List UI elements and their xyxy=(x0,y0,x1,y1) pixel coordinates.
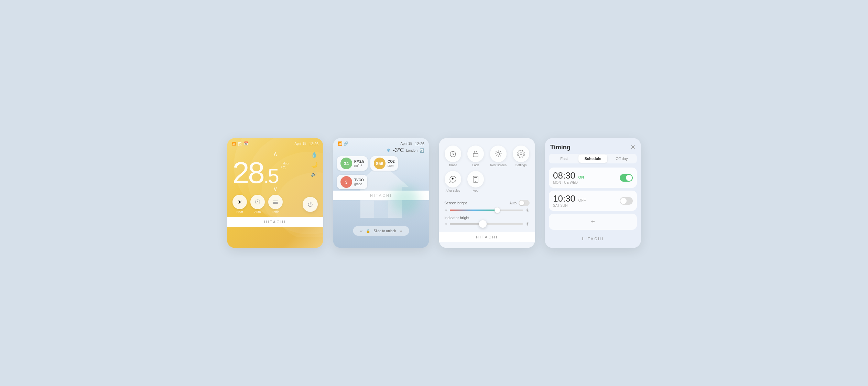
schedule-time-2: 10:30 xyxy=(553,193,575,204)
timing-tabs: Fast Schedule Off day xyxy=(549,154,637,163)
auto-toggle-switch[interactable] xyxy=(519,200,530,206)
lock-center-icon: 🔒 xyxy=(366,229,370,233)
rest-screen-button[interactable]: Rest screen xyxy=(487,143,510,169)
tvco-metric: 3 TVCOgrade xyxy=(337,175,367,189)
co2-metric: 856 CO2ppm xyxy=(370,156,398,171)
time-display: 12:26 xyxy=(309,142,318,146)
air-status-bar: 📶 🔗 April 15 12:26 xyxy=(333,138,429,147)
rest-screen-label: Rest screen xyxy=(490,163,507,167)
svg-rect-4 xyxy=(273,201,278,201)
timed-label: Timed xyxy=(449,163,457,167)
lock-button[interactable]: Lock xyxy=(464,143,487,169)
schedule-days-1: MON TUE WED xyxy=(553,181,584,184)
hitachi-brand-2: HITACHI xyxy=(333,191,429,200)
lock-label: Lock xyxy=(472,163,479,167)
card-thermostat: 📶 🖼 📅 April 15 12:26 ∧ 28.5 Indoor °C xyxy=(227,138,323,248)
temperature-section: ∧ 28.5 Indoor °C 💧 🌙 🔊 ∨ xyxy=(227,148,323,193)
screen-container: 📶 🖼 📅 April 15 12:26 ∧ 28.5 Indoor °C xyxy=(213,124,655,262)
auto-toggle: Auto xyxy=(509,200,530,206)
schedule-days-2: SAT SUN xyxy=(553,204,586,207)
svg-point-13 xyxy=(453,181,453,181)
sound-icon: 🔊 xyxy=(311,171,318,177)
drop-icon: 💧 xyxy=(311,151,318,158)
schedule-toggle-1[interactable] xyxy=(620,174,633,182)
auto-label: Auto xyxy=(509,201,517,205)
add-schedule-button[interactable]: + xyxy=(549,214,637,230)
schedule-status-1: ON xyxy=(578,175,584,179)
weather-row: ❄ -3°C London 🔄 xyxy=(333,147,429,155)
timing-header: Timing ✕ xyxy=(545,138,641,154)
schedule-time-1: 08:30 xyxy=(553,170,575,181)
tab-fast[interactable]: Fast xyxy=(550,154,578,163)
schedule-time-block-2: 10:30 OFF SAT SUN xyxy=(553,194,586,207)
card-settings: Timed Lock Rest screen xyxy=(439,138,535,248)
svg-rect-5 xyxy=(273,202,278,203)
schedule-toggle-2[interactable] xyxy=(620,197,633,205)
indicator-bright-label: Indicator bright xyxy=(444,216,530,220)
brightness-section: Screen bright Auto ☀ ☀ Indicator bright xyxy=(439,197,535,232)
pm25-label: PM2.5μg/m² xyxy=(354,159,364,168)
svg-rect-10 xyxy=(473,153,478,157)
air-quality-metrics: 34 PM2.5μg/m² 856 CO2ppm 3 TVCOgrade xyxy=(333,155,429,191)
tab-offday[interactable]: Off day xyxy=(607,154,636,163)
power-button[interactable] xyxy=(303,197,318,212)
date-display: April 15 xyxy=(295,142,306,146)
pm25-value: 34 xyxy=(340,158,352,169)
settings-button[interactable]: Settings xyxy=(510,143,532,169)
unlock-bar[interactable]: « 🔒 Slide to unlock » xyxy=(353,226,409,236)
timed-button[interactable]: Timed xyxy=(442,143,464,169)
settings-icons-grid: Timed Lock Rest screen xyxy=(439,138,535,197)
status-bar: 📶 🖼 📅 April 15 12:26 xyxy=(227,138,323,148)
after-sales-label: After sales xyxy=(446,189,460,192)
screen-bright-label: Screen bright xyxy=(444,201,467,205)
heat-mode-button[interactable]: ☀ Heat xyxy=(232,195,247,214)
svg-point-15 xyxy=(475,181,476,182)
temp-unit: °C xyxy=(281,165,290,170)
schedule-status-2: OFF xyxy=(578,198,586,202)
hitachi-brand-3: HITACHI xyxy=(439,232,535,242)
outdoor-temp: -3°C xyxy=(393,147,404,153)
svg-point-12 xyxy=(520,153,522,155)
indicator-slider-track[interactable] xyxy=(450,223,523,225)
left-arrows-icon: « xyxy=(360,228,363,234)
calendar-icon: 📅 xyxy=(244,141,249,146)
sun-large-icon: ☀ xyxy=(525,207,530,213)
wifi-icon: 📶 xyxy=(232,142,236,146)
app-button[interactable]: App xyxy=(464,169,487,194)
air-status-icons: 📶 🔗 xyxy=(338,141,348,146)
app-label: App xyxy=(473,189,478,192)
hitachi-brand-4: HITACHI xyxy=(545,234,641,244)
card-timing: Timing ✕ Fast Schedule Off day 08:30 ON … xyxy=(545,138,641,248)
tab-schedule[interactable]: Schedule xyxy=(578,154,607,163)
right-icons: 💧 🌙 🔊 xyxy=(311,151,318,177)
co2-value: 856 xyxy=(374,158,386,169)
temp-display: 28.5 Indoor °C xyxy=(232,158,318,188)
snowflake-icon: ❄ xyxy=(387,148,391,153)
right-arrows-icon: » xyxy=(400,228,402,234)
schedule-item-1: 08:30 ON MON TUE WED xyxy=(549,168,637,188)
air-time: 12:26 xyxy=(415,142,424,146)
status-icons: 📶 🖼 📅 xyxy=(232,141,249,146)
timing-close-button[interactable]: ✕ xyxy=(630,143,636,151)
after-sales-button[interactable]: After sales xyxy=(442,169,464,194)
auto-label: Auto xyxy=(254,210,261,214)
bottom-controls: ☀ Heat Auto Baffle xyxy=(227,193,323,217)
refresh-icon[interactable]: 🔄 xyxy=(420,148,424,153)
tvco-label: TVCOgrade xyxy=(354,178,364,186)
schedule-time-block-1: 08:30 ON MON TUE WED xyxy=(553,171,584,184)
unlock-text: Slide to unlock xyxy=(373,229,396,233)
baffle-mode-button[interactable]: Baffle xyxy=(268,195,283,214)
svg-point-11 xyxy=(497,152,500,155)
auto-mode-button[interactable]: Auto xyxy=(250,195,265,214)
svg-rect-8 xyxy=(374,201,388,218)
sun-large-icon-2: ☀ xyxy=(525,221,530,227)
card-airquality: 📶 🔗 April 15 12:26 ❄ -3°C London 🔄 34 PM… xyxy=(333,138,429,248)
mode-buttons: ☀ Heat Auto Baffle xyxy=(232,195,283,214)
wifi-icon-2: 📶 xyxy=(338,141,343,146)
sun-small-icon: ☀ xyxy=(444,208,448,213)
link-icon: 🔗 xyxy=(344,141,348,146)
air-date: April 15 xyxy=(401,142,412,146)
temp-info: Indoor °C xyxy=(281,162,290,170)
screen-slider-track[interactable] xyxy=(450,210,523,211)
indoor-label: Indoor xyxy=(281,162,290,165)
